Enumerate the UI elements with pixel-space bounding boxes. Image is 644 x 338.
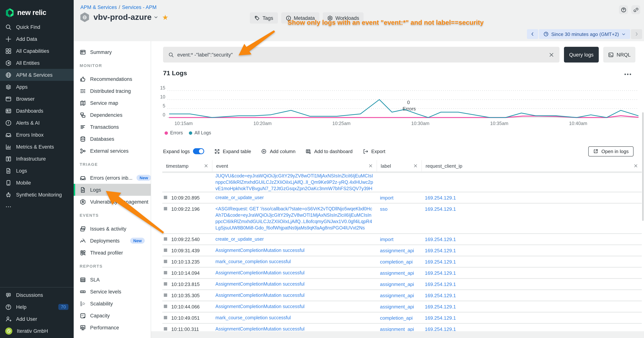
table-row[interactable]: JUQVU&code=eyJraWQiOiJjcGItY29yZV8wOTl1M… bbox=[162, 173, 642, 192]
row-marker-icon[interactable] bbox=[164, 271, 167, 274]
table-row[interactable]: 10:09:22.540create_or_update_userimport1… bbox=[162, 234, 642, 245]
subnav-item-vulnerability-management[interactable]: Vulnerability Management bbox=[74, 196, 151, 208]
expand-logs-toggle[interactable]: Expand logs bbox=[163, 148, 204, 154]
cell-label-link[interactable]: import bbox=[377, 234, 422, 244]
sidebar-item-logs[interactable]: Logs bbox=[0, 165, 74, 177]
subnav-item-thread-profiler[interactable]: Thread profiler bbox=[74, 247, 151, 259]
row-marker-icon[interactable] bbox=[164, 248, 167, 252]
open-in-logs-button[interactable]: Open in logs bbox=[588, 146, 634, 156]
table-row[interactable]: 10:10:14.094AssignmentCompletionMutation… bbox=[162, 268, 642, 279]
sidebar-footer-help[interactable]: Help70 bbox=[0, 301, 74, 313]
remove-column-icon[interactable] bbox=[634, 164, 638, 168]
breadcrumb-apm-services[interactable]: APM & Services bbox=[80, 5, 117, 10]
subnav-item-service-map[interactable]: Service map bbox=[74, 97, 151, 109]
page-title[interactable]: vbv-prod-azure bbox=[94, 13, 152, 22]
sidebar-item-more[interactable] bbox=[0, 201, 74, 213]
row-marker-icon[interactable] bbox=[164, 207, 167, 210]
subnav-item-dependencies[interactable]: Dependencies bbox=[74, 109, 151, 121]
chevron-down-icon[interactable] bbox=[154, 15, 158, 20]
sidebar-item-all-entities[interactable]: All Entities bbox=[0, 57, 74, 69]
cell-request-client-ip-link[interactable]: 169.254.129.1 bbox=[422, 234, 642, 244]
subnav-item-external-services[interactable]: External services bbox=[74, 145, 151, 157]
cell-event-link[interactable]: JUQVU&code=eyJraWQiOiJjcGItY29yZV8wOTl1M… bbox=[212, 173, 377, 192]
query-logs-button[interactable]: Query logs bbox=[564, 47, 599, 63]
time-forward-button[interactable] bbox=[631, 29, 642, 39]
sidebar-item-synthetic-monitoring[interactable]: Synthetic Monitoring bbox=[0, 189, 74, 201]
row-marker-icon[interactable] bbox=[164, 293, 167, 297]
sidebar-item-errors-inbox[interactable]: Errors Inbox bbox=[0, 129, 74, 141]
sidebar-footer-add-user[interactable]: Add User bbox=[0, 313, 74, 325]
subnav-item-logs[interactable]: Logs bbox=[74, 184, 151, 196]
subnav-item-transactions[interactable]: Transactions bbox=[74, 121, 151, 133]
subnav-item-databases[interactable]: Databases bbox=[74, 133, 151, 145]
row-marker-icon[interactable] bbox=[164, 305, 167, 308]
cell-event-link[interactable]: mark_course_completion successful bbox=[212, 256, 377, 267]
clear-search-icon[interactable] bbox=[549, 52, 554, 58]
log-search-input[interactable]: event:* -"label":"security" bbox=[163, 47, 560, 63]
sidebar-item-add-data[interactable]: Add Data bbox=[0, 33, 74, 45]
cell-request-client-ip-link[interactable]: 169.254.129.1 bbox=[422, 268, 642, 278]
cell-label-link[interactable] bbox=[377, 173, 422, 177]
cell-label-link[interactable]: assignment_api bbox=[377, 245, 422, 256]
cell-label-link[interactable]: sso bbox=[377, 204, 422, 214]
cell-request-client-ip-link[interactable]: 169.254.129.1 bbox=[422, 192, 642, 203]
cell-event-link[interactable]: create_or_update_user bbox=[212, 234, 377, 244]
nrql-button[interactable]: NRQL bbox=[603, 47, 636, 63]
cell-request-client-ip-link[interactable]: 169.254.129.1 bbox=[422, 256, 642, 267]
breadcrumb-services-apm[interactable]: Services - APM bbox=[122, 5, 157, 10]
cell-request-client-ip-link[interactable]: 169.254.129.1 bbox=[422, 245, 642, 256]
table-row[interactable]: 10:10:23.815AssignmentCompletionMutation… bbox=[162, 279, 642, 290]
legend-errors[interactable]: Errors bbox=[164, 130, 183, 136]
star-icon[interactable]: ★ bbox=[162, 13, 168, 22]
sidebar-footer-discussions[interactable]: Discussions bbox=[0, 289, 74, 301]
subnav-item-deployments[interactable]: DeploymentsNew bbox=[74, 235, 151, 247]
cell-event-link[interactable]: AssignmentCompletionMutation successful bbox=[212, 268, 377, 278]
cell-event-link[interactable]: AssignmentCompletionMutation successful bbox=[212, 301, 377, 312]
tags-button[interactable]: Tags bbox=[250, 12, 278, 24]
cell-event-link[interactable]: mark_course_completion successful bbox=[212, 312, 377, 323]
cell-request-client-ip-link[interactable]: 169.254.129.1 bbox=[422, 312, 642, 323]
subnav-item-service-levels[interactable]: Service levels bbox=[74, 286, 151, 297]
cell-label-link[interactable]: completion_api bbox=[377, 312, 422, 323]
sidebar-item-dashboards[interactable]: Dashboards bbox=[0, 105, 74, 117]
col-header-timestamp[interactable]: timestamp bbox=[162, 160, 212, 171]
table-row[interactable]: 10:10:35.305AssignmentCompletionMutation… bbox=[162, 290, 642, 301]
col-header-label[interactable]: label bbox=[377, 160, 422, 171]
more-options-icon[interactable]: ••• bbox=[624, 71, 632, 77]
cell-label-link[interactable]: assignment_api bbox=[377, 279, 422, 289]
sidebar-footer-iterativ-gmbh[interactable]: Iterativ GmbH bbox=[0, 325, 74, 337]
table-row[interactable]: 10:09:22.196<ASGIRequest: GET '/sso/call… bbox=[162, 204, 642, 234]
row-marker-icon[interactable] bbox=[164, 260, 167, 263]
time-back-button[interactable] bbox=[527, 29, 538, 39]
col-header-request-client-ip[interactable]: request_client_ip bbox=[422, 160, 642, 171]
cell-event-link[interactable]: AssignmentCompletionMutation successful bbox=[212, 245, 377, 256]
add-column-button[interactable]: Add column bbox=[261, 148, 296, 154]
permalink-button[interactable] bbox=[631, 5, 640, 14]
cell-label-link[interactable]: assignment_api bbox=[377, 290, 422, 300]
table-row[interactable]: 10:10:44.066AssignmentCompletionMutation… bbox=[162, 301, 642, 312]
sidebar-item-mobile[interactable]: Mobile bbox=[0, 177, 74, 189]
subnav-item-recommendations[interactable]: Recommendations bbox=[74, 73, 151, 85]
sidebar-item-browser[interactable]: Browser bbox=[0, 93, 74, 105]
export-button[interactable]: Export bbox=[363, 148, 386, 154]
cell-request-client-ip-link[interactable]: 169.254.129.1 bbox=[422, 204, 642, 214]
cell-label-link[interactable]: completion_api bbox=[377, 256, 422, 267]
col-header-event[interactable]: event bbox=[212, 160, 377, 171]
cell-request-client-ip-link[interactable]: 169.254.129.1 bbox=[422, 279, 642, 289]
subnav-item-errors-errors-inb-[interactable]: Errors (errors inb...New bbox=[74, 172, 151, 184]
sidebar-item-quick-find[interactable]: Quick Find bbox=[0, 21, 74, 33]
cell-request-client-ip-link[interactable]: 169.254.129.1 bbox=[422, 301, 642, 312]
row-marker-icon[interactable] bbox=[164, 237, 167, 241]
sidebar-item-alerts-ai[interactable]: Alerts & AI bbox=[0, 117, 74, 129]
scrollbar[interactable] bbox=[642, 112, 644, 221]
help-button[interactable] bbox=[619, 5, 628, 14]
sidebar-item-apm-services[interactable]: APM & Services bbox=[0, 69, 74, 81]
cell-label-link[interactable]: assignment_api bbox=[377, 301, 422, 312]
cell-event-link[interactable]: AssignmentCompletionMutation successful bbox=[212, 290, 377, 300]
new-relic-logo[interactable]: new relic bbox=[0, 0, 74, 21]
table-row[interactable]: 10:09:20.895create_or_update_userimport1… bbox=[162, 192, 642, 204]
cell-event-link[interactable]: create_or_update_user bbox=[212, 192, 377, 203]
toggle-on[interactable] bbox=[193, 148, 204, 154]
remove-column-icon[interactable] bbox=[204, 164, 208, 168]
subnav-item-scalability[interactable]: Scalability bbox=[74, 297, 151, 309]
